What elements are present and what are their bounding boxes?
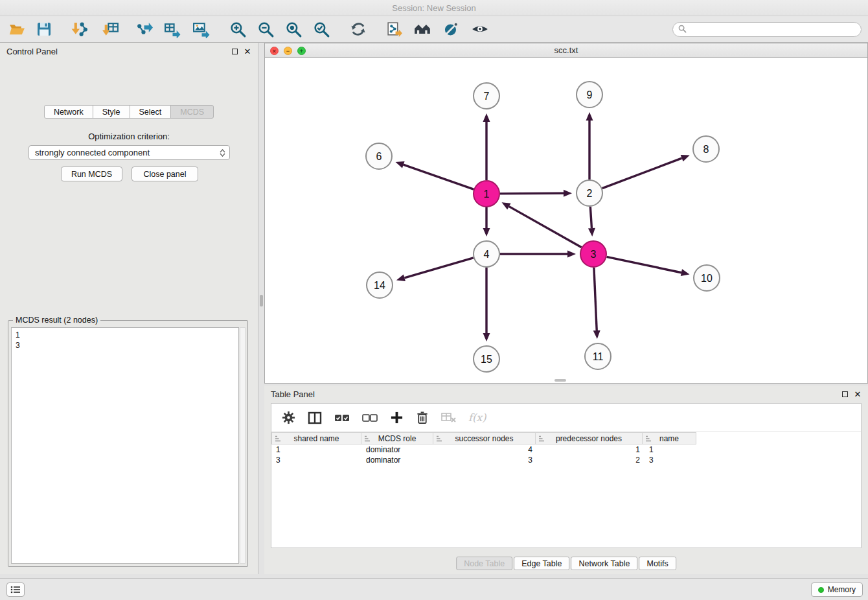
graph-node-15[interactable]: 15 <box>474 346 499 372</box>
network-overview-icon[interactable] <box>411 18 434 40</box>
tab-network[interactable]: Network <box>44 105 93 119</box>
tab-motifs[interactable]: Motifs <box>639 557 676 570</box>
search-input[interactable] <box>690 25 856 34</box>
table-panel-title: Table Panel <box>271 389 315 399</box>
save-session-icon[interactable] <box>32 18 56 40</box>
search-field[interactable] <box>672 22 862 37</box>
memory-button[interactable]: Memory <box>811 583 863 597</box>
svg-text:7: 7 <box>484 91 490 102</box>
graph-edge-4-14[interactable] <box>404 258 473 278</box>
graph-node-3[interactable]: 3 <box>580 241 606 267</box>
status-bar: Memory <box>0 578 868 600</box>
graph-node-7[interactable]: 7 <box>474 83 499 109</box>
clear-selection-icon[interactable] <box>362 413 378 423</box>
graph-edge-2-8[interactable] <box>602 158 682 188</box>
refresh-layout-icon[interactable] <box>347 18 370 40</box>
float-table-panel-icon[interactable] <box>841 390 849 398</box>
float-panel-icon[interactable] <box>231 47 238 55</box>
style-circle-icon[interactable] <box>439 18 463 40</box>
criterion-dropdown[interactable]: strongly connected component <box>29 145 230 160</box>
graph-node-8[interactable]: 8 <box>693 136 719 162</box>
network-graph[interactable]: 7968124314101511 <box>265 58 867 383</box>
import-table-icon[interactable] <box>98 18 122 40</box>
graph-node-11[interactable]: 11 <box>585 343 611 369</box>
graph-node-6[interactable]: 6 <box>366 143 392 169</box>
run-mcds-button[interactable]: Run MCDS <box>61 167 122 181</box>
graph-edge-3-1[interactable] <box>509 207 582 248</box>
graph-edge-arrow <box>681 155 690 161</box>
graph-edge-arrow <box>483 333 490 341</box>
export-image-icon[interactable] <box>189 18 212 40</box>
graph-node-2[interactable]: 2 <box>577 180 602 206</box>
graph-node-4[interactable]: 4 <box>474 241 499 267</box>
gear-icon[interactable] <box>282 411 295 424</box>
delete-table-icon[interactable] <box>441 412 456 423</box>
zoom-in-icon[interactable] <box>226 18 249 40</box>
graph-edge-arrow <box>396 275 405 282</box>
open-session-icon[interactable] <box>5 18 29 40</box>
svg-text:3: 3 <box>591 249 597 260</box>
window-traffic-lights: × − + <box>270 47 306 55</box>
graph-node-14[interactable]: 14 <box>367 272 393 298</box>
zoom-selected-icon[interactable] <box>310 18 333 40</box>
control-panel-tabs: Network Style Select MCDS <box>0 105 258 119</box>
table-row[interactable]: 3 dominator 3 2 3 <box>271 455 861 465</box>
graph-node-10[interactable]: 10 <box>694 265 720 291</box>
select-all-icon[interactable] <box>334 413 350 423</box>
table-row[interactable]: 1 dominator 4 1 1 <box>271 444 861 455</box>
tab-style[interactable]: Style <box>93 105 130 119</box>
graph-edge-arrow <box>564 190 572 197</box>
minimize-window-icon[interactable]: − <box>284 47 292 55</box>
graph-node-9[interactable]: 9 <box>577 82 602 108</box>
close-table-panel-icon[interactable]: ✕ <box>854 390 862 398</box>
window-titlebar[interactable]: Session: New Session <box>0 0 868 16</box>
zoom-out-icon[interactable] <box>254 18 277 40</box>
column-header-mcds-role[interactable]: MCDS role <box>361 432 433 444</box>
column-header-shared-name[interactable]: shared name <box>271 432 361 444</box>
network-view-window: × − + scc.txt 7968124314101511 <box>264 43 868 384</box>
delete-row-icon[interactable] <box>416 411 429 424</box>
maximize-window-icon[interactable]: + <box>297 47 306 55</box>
clipboard-network-icon[interactable] <box>382 18 405 40</box>
node-table-container: f(x) shared name MCDS role successor nod… <box>271 403 862 548</box>
sort-icon <box>364 435 371 444</box>
sort-icon <box>538 435 545 444</box>
export-table-icon[interactable] <box>161 18 184 40</box>
network-hscroll-thumb[interactable] <box>554 379 566 382</box>
add-row-icon[interactable] <box>390 411 404 424</box>
column-layout-icon[interactable] <box>308 411 322 425</box>
graph-edge-1-2[interactable] <box>500 193 564 194</box>
tab-node-table[interactable]: Node Table <box>456 557 512 570</box>
function-builder-icon[interactable]: f(x) <box>468 411 486 424</box>
column-header-successor-nodes[interactable]: successor nodes <box>433 432 536 444</box>
show-details-eye-icon[interactable] <box>468 18 492 40</box>
panel-splitter-handle[interactable] <box>260 295 263 306</box>
tab-mcds[interactable]: MCDS <box>170 105 214 119</box>
optimization-criterion-label: Optimization criterion: <box>0 132 258 141</box>
import-network-icon[interactable] <box>67 18 91 40</box>
control-panel-title: Control Panel <box>6 47 58 56</box>
tab-edge-table[interactable]: Edge Table <box>514 557 569 570</box>
graph-node-1[interactable]: 1 <box>474 181 499 207</box>
close-window-icon[interactable]: × <box>270 47 279 55</box>
graph-edge-1-6[interactable] <box>404 165 474 189</box>
export-network-icon[interactable] <box>132 18 155 40</box>
column-header-name[interactable]: name <box>642 432 696 444</box>
mcds-result-list[interactable]: 1 3 <box>11 327 239 564</box>
tab-select[interactable]: Select <box>130 105 172 119</box>
graph-edge-3-10[interactable] <box>607 257 681 272</box>
svg-text:9: 9 <box>587 89 593 100</box>
graph-edge-arrow <box>483 228 490 237</box>
task-history-button[interactable] <box>6 583 25 597</box>
svg-text:2: 2 <box>587 188 593 199</box>
result-scrollbar[interactable] <box>240 327 246 564</box>
tab-network-table[interactable]: Network Table <box>571 557 638 570</box>
graph-edge-2-3[interactable] <box>590 207 591 228</box>
close-panel-button[interactable]: Close panel <box>131 167 198 181</box>
close-panel-icon[interactable]: ✕ <box>244 47 251 55</box>
graph-edge-3-11[interactable] <box>594 268 597 330</box>
column-header-predecessor-nodes[interactable]: predecessor nodes <box>535 432 643 444</box>
svg-text:14: 14 <box>374 280 385 291</box>
network-window-titlebar[interactable]: × − + scc.txt <box>265 43 867 58</box>
zoom-fit-icon[interactable] <box>282 18 305 40</box>
